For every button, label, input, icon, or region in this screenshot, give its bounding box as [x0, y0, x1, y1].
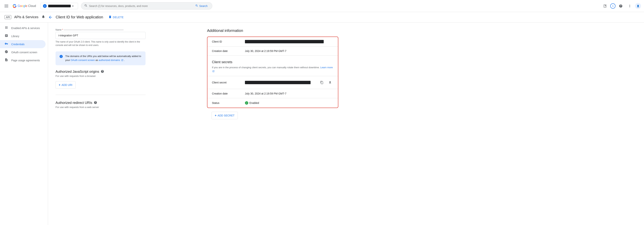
project-dropdown-icon: ▾	[72, 4, 74, 8]
sidebar-item-library-label: Library	[11, 35, 19, 38]
sidebar-item-oauth-label: OAuth consent screen	[11, 51, 37, 54]
delete-label: DELETE	[113, 16, 124, 19]
page-usage-icon	[4, 58, 8, 62]
redirect-uris-help-icon[interactable]	[94, 101, 97, 105]
main-layout: Enabled APIs & services Library Credenti…	[0, 22, 644, 225]
client-id-value	[245, 40, 334, 43]
copy-secret-button[interactable]	[318, 79, 325, 86]
client-secret-label: Client secret	[212, 81, 242, 84]
secret-creation-date-row: Creation date July 30, 2024 at 2:19:59 P…	[208, 89, 338, 98]
sidebar-item-page-usage-label: Page usage agreements	[11, 59, 40, 62]
authorized-domains-link[interactable]: authorized domains	[99, 59, 124, 62]
js-origins-sub: For use with requests from a browser	[56, 74, 198, 78]
notification-badge[interactable]: 1	[610, 4, 616, 8]
search-icon	[84, 4, 88, 8]
required-marker: *	[62, 28, 63, 31]
terminal-button[interactable]	[601, 2, 609, 10]
add-secret-plus-icon: +	[215, 114, 216, 117]
creation-date-label: Creation date	[212, 50, 242, 52]
add-uri-plus-icon: +	[59, 83, 60, 86]
client-secrets-section: Client secrets If you are in the process…	[208, 56, 338, 73]
project-icon: ●	[43, 4, 47, 8]
help-button[interactable]	[617, 2, 624, 10]
creation-date-value: July 30, 2024 at 2:19:59 PM GMT-7	[245, 50, 334, 52]
right-panel: Additional information Client ID Creatio…	[207, 28, 338, 219]
client-secrets-title: Client secrets	[212, 60, 334, 64]
search-input[interactable]	[89, 4, 192, 8]
status-row: Status Enabled	[208, 98, 338, 108]
logo-text: Google Cloud	[18, 4, 36, 8]
info-box: The domains of the URIs you add below wi…	[56, 52, 146, 65]
redirect-uris-heading: Authorized redirect URIs	[56, 101, 198, 105]
status-value: Enabled	[245, 101, 259, 104]
hamburger-menu[interactable]	[3, 3, 10, 9]
add-uri-button[interactable]: + ADD URI	[56, 81, 76, 89]
sidebar-item-enabled-apis-label: Enabled APIs & services	[11, 26, 40, 30]
project-name-redacted	[48, 5, 71, 7]
sidebar-item-page-usage[interactable]: Page usage agreements	[0, 56, 46, 64]
more-options-button[interactable]	[626, 2, 634, 10]
top-navigation: Google Cloud ● ▾ Search 1	[0, 0, 644, 12]
add-secret-button[interactable]: + ADD SECRET	[212, 112, 238, 119]
client-secrets-desc: If you are in the process of changing cl…	[212, 66, 334, 73]
notification-bell-icon[interactable]	[42, 15, 45, 20]
sidebar-item-credentials[interactable]: Credentials	[0, 40, 46, 48]
status-dot	[245, 101, 248, 104]
search-bar: Search	[81, 2, 212, 10]
project-selector[interactable]: ● ▾	[40, 3, 78, 9]
add-secret-label: ADD SECRET	[218, 114, 234, 117]
api-badge: API	[4, 15, 11, 19]
download-secret-button[interactable]	[327, 79, 334, 86]
info-text: The domains of the URIs you add below wi…	[65, 54, 142, 62]
info-icon	[59, 54, 63, 62]
js-origins-help-icon[interactable]	[101, 70, 104, 74]
name-label: Name * ─────────────────────────────────…	[56, 28, 198, 31]
redirect-uris-section: Authorized redirect URIs For use with re…	[56, 101, 198, 108]
client-secret-redacted	[245, 81, 310, 84]
section-divider	[56, 95, 146, 95]
sub-header: API APIs & Services Client ID for Web ap…	[0, 12, 644, 22]
search-button-label: Search	[199, 4, 208, 8]
js-origins-section: Authorized JavaScript origins For use wi…	[56, 70, 198, 89]
js-origins-heading: Authorized JavaScript origins	[56, 70, 198, 74]
back-button[interactable]	[48, 15, 53, 20]
sidebar-item-library[interactable]: Library	[0, 32, 46, 40]
svg-text:👤: 👤	[637, 4, 640, 7]
notification-count: 1	[612, 4, 614, 7]
client-secret-value	[245, 81, 316, 84]
client-id-label: Client ID	[212, 40, 242, 43]
search-button[interactable]: Search	[194, 4, 209, 8]
left-panel: Name * ─────────────────────────────────…	[56, 28, 198, 219]
google-cloud-logo[interactable]: Google Cloud	[13, 4, 36, 8]
info-card: Client ID Creation date July 30, 2024 at…	[207, 36, 338, 108]
oauth-consent-link[interactable]: OAuth consent screen	[71, 59, 95, 62]
name-hint: The name of your OAuth 2.0 client. This …	[56, 40, 146, 47]
status-label: Status	[212, 102, 242, 104]
secret-creation-label: Creation date	[212, 92, 242, 95]
nav-icons: 1 👤	[601, 2, 641, 10]
client-secret-row: Client secret	[208, 76, 338, 89]
name-input[interactable]	[56, 32, 146, 39]
search-btn-icon	[195, 4, 198, 8]
client-id-redacted	[245, 40, 324, 43]
oauth-consent-icon	[4, 50, 8, 54]
service-title: APIs & Services	[14, 15, 38, 19]
sidebar-item-enabled-apis[interactable]: Enabled APIs & services	[0, 24, 46, 32]
secret-actions	[318, 79, 334, 86]
client-id-row: Client ID	[208, 37, 338, 46]
sidebar-item-oauth-consent[interactable]: OAuth consent screen	[0, 48, 46, 56]
redirect-uris-sub: For use with requests from a web server	[56, 106, 198, 108]
enabled-apis-icon	[4, 26, 8, 30]
library-icon	[4, 34, 8, 38]
main-content: Name * ─────────────────────────────────…	[48, 22, 644, 225]
name-input-wrapper	[56, 32, 146, 39]
name-field-wrapper: Name * ─────────────────────────────────…	[56, 28, 198, 47]
additional-info-title: Additional information	[207, 28, 338, 33]
delete-button[interactable]: DELETE	[106, 14, 126, 21]
avatar[interactable]: 👤	[635, 3, 641, 9]
page-title: Client ID for Web application	[56, 15, 103, 19]
creation-date-row: Creation date July 30, 2024 at 2:19:59 P…	[208, 46, 338, 56]
add-uri-label: ADD URI	[62, 84, 72, 86]
trash-icon	[108, 15, 112, 19]
status-text: Enabled	[250, 102, 259, 104]
